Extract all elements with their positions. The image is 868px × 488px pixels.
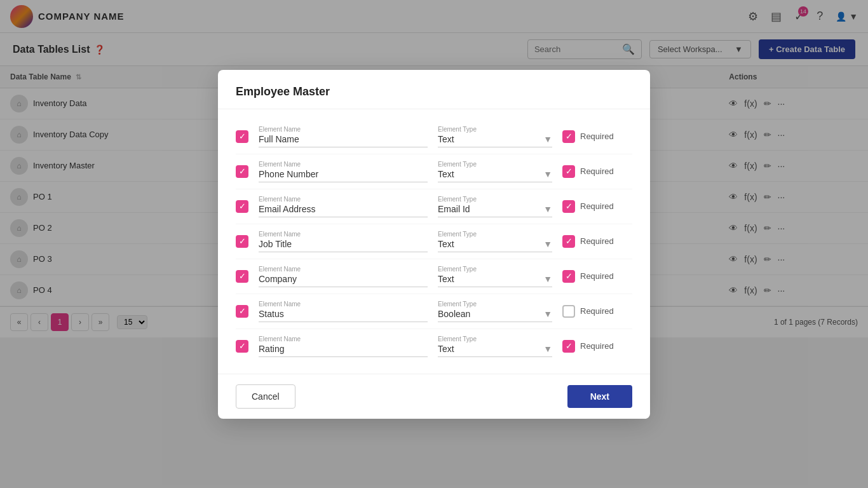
field-name-group-6: Element Name Rating [259,336,428,357]
field-checkbox-1[interactable]: ✓ [236,165,248,178]
field-name-group-0: Element Name Full Name [259,126,428,147]
required-checkbox-6[interactable]: ✓ [562,340,575,353]
required-label-1: Required [580,166,614,176]
field-checkbox-0[interactable]: ✓ [236,130,248,143]
field-type-value-0: Text [438,134,543,144]
field-checkbox-3[interactable]: ✓ [236,235,248,248]
type-dropdown-arrow-6: ▼ [543,344,552,354]
required-group-5: Required [562,305,632,318]
field-type-label-2: Element Type [438,196,552,203]
field-name-value-3[interactable]: Job Title [259,239,428,252]
type-dropdown-arrow-2: ▼ [543,204,552,214]
field-name-label-4: Element Name [259,266,428,273]
field-type-group-0: Element Type Text ▼ [438,126,552,147]
field-type-select-3[interactable]: Text ▼ [438,239,552,252]
field-type-label-1: Element Type [438,161,552,168]
field-row-6: ✓ Element Name Rating Element Type Text … [236,329,632,363]
field-type-select-4[interactable]: Text ▼ [438,274,552,287]
field-type-label-3: Element Type [438,231,552,238]
field-name-value-5[interactable]: Status [259,309,428,322]
field-checkbox-2[interactable]: ✓ [236,200,248,213]
field-row-4: ✓ Element Name Company Element Type Text… [236,259,632,294]
field-checkbox-wrap-5[interactable]: ✓ [236,305,248,318]
type-dropdown-arrow-1: ▼ [543,169,552,179]
required-label-6: Required [580,341,614,351]
field-type-group-3: Element Type Text ▼ [438,231,552,252]
field-checkbox-wrap-0[interactable]: ✓ [236,130,248,143]
required-checkbox-4[interactable]: ✓ [562,270,575,283]
field-name-label-5: Element Name [259,301,428,308]
cancel-button[interactable]: Cancel [236,384,295,409]
field-name-value-0[interactable]: Full Name [259,134,428,147]
employee-master-modal: Employee Master ✓ Element Name Full Name… [218,70,650,419]
required-label-2: Required [580,201,614,211]
field-row-3: ✓ Element Name Job Title Element Type Te… [236,224,632,259]
field-name-group-1: Element Name Phone Number [259,161,428,182]
field-type-select-1[interactable]: Text ▼ [438,169,552,182]
field-name-value-6[interactable]: Rating [259,344,428,357]
field-type-group-6: Element Type Text ▼ [438,336,552,357]
field-name-value-1[interactable]: Phone Number [259,169,428,182]
type-dropdown-arrow-3: ▼ [543,239,552,249]
required-checkbox-1[interactable]: ✓ [562,165,575,178]
field-type-value-5: Boolean [438,309,543,319]
type-dropdown-arrow-5: ▼ [543,309,552,319]
modal-body: ✓ Element Name Full Name Element Type Te… [218,109,650,374]
field-type-label-4: Element Type [438,266,552,273]
field-name-label-2: Element Name [259,196,428,203]
required-label-3: Required [580,236,614,246]
type-dropdown-arrow-0: ▼ [543,134,552,144]
field-type-value-2: Email Id [438,204,543,214]
field-type-value-3: Text [438,239,543,249]
required-checkbox-0[interactable]: ✓ [562,130,575,143]
field-checkbox-wrap-2[interactable]: ✓ [236,200,248,213]
next-button[interactable]: Next [567,385,632,408]
field-type-select-6[interactable]: Text ▼ [438,344,552,357]
field-name-value-4[interactable]: Company [259,274,428,287]
field-type-label-6: Element Type [438,336,552,342]
field-row-2: ✓ Element Name Email Address Element Typ… [236,189,632,224]
field-type-label-5: Element Type [438,301,552,308]
field-name-group-5: Element Name Status [259,301,428,322]
field-checkbox-wrap-4[interactable]: ✓ [236,270,248,283]
required-checkbox-2[interactable]: ✓ [562,200,575,213]
field-name-value-2[interactable]: Email Address [259,204,428,217]
field-checkbox-wrap-3[interactable]: ✓ [236,235,248,248]
required-group-0: ✓ Required [562,130,632,143]
required-group-6: ✓ Required [562,340,632,353]
required-checkbox-5[interactable] [562,305,575,318]
field-row-0: ✓ Element Name Full Name Element Type Te… [236,119,632,154]
type-dropdown-arrow-4: ▼ [543,274,552,284]
required-group-2: ✓ Required [562,200,632,213]
field-name-label-0: Element Name [259,126,428,133]
required-group-1: ✓ Required [562,165,632,178]
field-type-label-0: Element Type [438,126,552,133]
field-type-select-0[interactable]: Text ▼ [438,134,552,147]
field-checkbox-6[interactable]: ✓ [236,340,248,353]
required-checkbox-3[interactable]: ✓ [562,235,575,248]
field-type-value-6: Text [438,344,543,354]
field-type-select-5[interactable]: Boolean ▼ [438,309,552,322]
field-checkbox-4[interactable]: ✓ [236,270,248,283]
modal-title: Employee Master [218,70,650,109]
field-checkbox-wrap-1[interactable]: ✓ [236,165,248,178]
modal-footer: Cancel Next [218,374,650,419]
field-name-group-2: Element Name Email Address [259,196,428,217]
field-row-1: ✓ Element Name Phone Number Element Type… [236,154,632,189]
field-name-group-4: Element Name Company [259,266,428,287]
field-type-group-5: Element Type Boolean ▼ [438,301,552,322]
field-name-group-3: Element Name Job Title [259,231,428,252]
required-group-4: ✓ Required [562,270,632,283]
field-type-value-1: Text [438,169,543,179]
required-group-3: ✓ Required [562,235,632,248]
modal-overlay: Employee Master ✓ Element Name Full Name… [0,0,868,488]
field-checkbox-5[interactable]: ✓ [236,305,248,318]
field-type-select-2[interactable]: Email Id ▼ [438,204,552,217]
field-type-group-2: Element Type Email Id ▼ [438,196,552,217]
required-label-4: Required [580,271,614,281]
field-row-5: ✓ Element Name Status Element Type Boole… [236,294,632,329]
field-checkbox-wrap-6[interactable]: ✓ [236,340,248,353]
required-label-5: Required [580,306,614,316]
field-type-group-4: Element Type Text ▼ [438,266,552,287]
field-type-value-4: Text [438,274,543,284]
